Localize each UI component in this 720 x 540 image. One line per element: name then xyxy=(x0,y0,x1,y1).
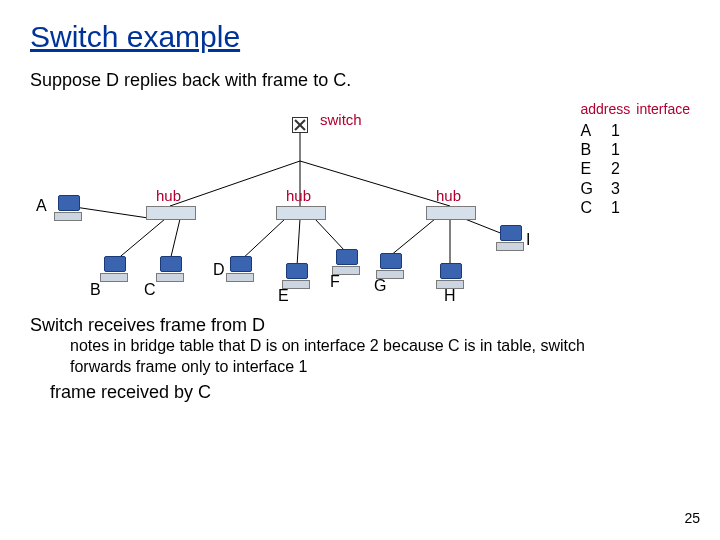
hub2-label: hub xyxy=(286,187,311,204)
svg-line-5 xyxy=(115,219,165,261)
host-e-label: E xyxy=(278,287,289,305)
svg-line-6 xyxy=(170,219,180,261)
table-col-interface: 1 1 2 3 1 xyxy=(611,121,620,217)
host-d-label: D xyxy=(213,261,225,279)
table-cell: G xyxy=(580,179,592,198)
table-cell: B xyxy=(580,140,592,159)
host-d-icon xyxy=(226,256,254,282)
svg-line-7 xyxy=(240,219,285,261)
table-header-interface: interface xyxy=(636,101,690,117)
explain-line-2: notes in bridge table that D is on inter… xyxy=(70,336,630,378)
table-cell: 1 xyxy=(611,121,620,140)
host-c-icon xyxy=(156,256,184,282)
table-header-address: address xyxy=(580,101,630,117)
hub2-icon xyxy=(276,206,326,220)
host-g-label: G xyxy=(374,277,386,295)
host-b-icon xyxy=(100,256,128,282)
host-a-icon xyxy=(54,195,82,221)
host-i-icon xyxy=(496,225,524,251)
table-cell: 3 xyxy=(611,179,620,198)
explain-line-1: Switch receives frame from D xyxy=(30,315,690,336)
table-cell: A xyxy=(580,121,592,140)
host-c-label: C xyxy=(144,281,156,299)
scenario-text: Suppose D replies back with frame to C. xyxy=(30,70,690,91)
svg-line-8 xyxy=(297,219,300,266)
svg-line-10 xyxy=(390,219,435,256)
host-b-label: B xyxy=(90,281,101,299)
host-i-label: I xyxy=(526,231,530,249)
table-col-address: A B E G C xyxy=(580,121,592,217)
hub1-label: hub xyxy=(156,187,181,204)
explain-line-3: frame received by C xyxy=(50,382,690,403)
host-h-icon xyxy=(436,263,464,289)
page-title: Switch example xyxy=(30,20,690,54)
slide-number: 25 xyxy=(684,510,700,526)
switch-label: switch xyxy=(320,111,362,128)
host-h-label: H xyxy=(444,287,456,305)
table-cell: E xyxy=(580,159,592,178)
host-e-icon xyxy=(282,263,310,289)
host-f-icon xyxy=(332,249,360,275)
svg-line-1 xyxy=(170,161,300,206)
host-g-icon xyxy=(376,253,404,279)
table-cell: 1 xyxy=(611,198,620,217)
switch-table: address interface A B E G C 1 1 2 3 1 xyxy=(580,101,690,217)
table-cell: 1 xyxy=(611,140,620,159)
table-cell: 2 xyxy=(611,159,620,178)
host-f-label: F xyxy=(330,273,340,291)
table-cell: C xyxy=(580,198,592,217)
svg-line-9 xyxy=(315,219,345,251)
hub3-label: hub xyxy=(436,187,461,204)
switch-icon xyxy=(292,117,308,133)
hub3-icon xyxy=(426,206,476,220)
hub1-icon xyxy=(146,206,196,220)
network-diagram: switch hub hub hub A B C D E F G H I add… xyxy=(30,101,690,311)
host-a-label: A xyxy=(36,197,47,215)
svg-line-3 xyxy=(300,161,450,206)
